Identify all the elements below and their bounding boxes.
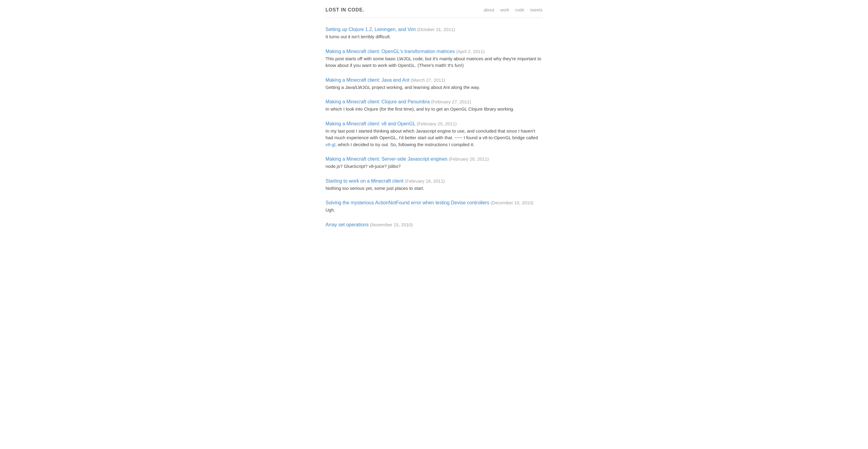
post-date: (March 27, 2011)	[411, 77, 445, 83]
list-item: Array set operations (November 15, 2010)	[326, 222, 542, 227]
post-title: Making a Minecraft client: Server-side J…	[326, 156, 542, 162]
post-date: (November 15, 2010)	[370, 222, 413, 227]
post-link[interactable]: Starting to work on a Minecraft client	[326, 179, 404, 184]
post-link[interactable]: Making a Minecraft client: v8 and OpenGL	[326, 121, 415, 126]
post-excerpt: Getting a Java/LWJGL project working, an…	[326, 84, 542, 91]
list-item: Making a Minecraft client: v8 and OpenGL…	[326, 121, 542, 148]
post-link[interactable]: Making a Minecraft client: Java and Ant	[326, 77, 409, 83]
post-link[interactable]: Solving the mysterious ActionNotFound er…	[326, 200, 489, 205]
nav-about[interactable]: about	[484, 7, 494, 12]
post-excerpt: Ugh.	[326, 207, 542, 214]
post-title: Making a Minecraft client: v8 and OpenGL…	[326, 121, 542, 127]
post-date: (February 27, 2011)	[431, 99, 471, 104]
post-link[interactable]: Making a Minecraft client: Clojure and P…	[326, 99, 430, 104]
post-title: Making a Minecraft client: Java and Ant …	[326, 77, 542, 83]
post-excerpt: In my last post I started thinking about…	[326, 128, 542, 148]
nav-code[interactable]: code	[515, 7, 524, 12]
post-link[interactable]: Making a Minecraft client: Server-side J…	[326, 156, 447, 162]
excerpt-text-after: , which I decided to try out. So, follow…	[336, 142, 474, 147]
site-title: LOST IN CODE.	[326, 7, 364, 13]
list-item: Starting to work on a Minecraft client (…	[326, 179, 542, 192]
list-item: Making a Minecraft client: Server-side J…	[326, 156, 542, 170]
list-item: Making a Minecraft client: Java and Ant …	[326, 77, 542, 91]
post-excerpt: Nothing too serious yet, some just place…	[326, 185, 542, 192]
list-item: Setting up Clojure 1.2, Leiningen, and V…	[326, 27, 542, 40]
v8-gl-link[interactable]: v8-gl	[326, 142, 336, 147]
list-item: Solving the mysterious ActionNotFound er…	[326, 200, 542, 214]
post-date: (October 31, 2011)	[417, 27, 455, 32]
post-date: (April 2, 2011)	[456, 49, 484, 54]
post-excerpt: node.js? GlueScript? v8-juice? jslibs?	[326, 163, 542, 170]
post-title: Setting up Clojure 1.2, Leiningen, and V…	[326, 27, 542, 32]
post-date: (February 25, 2011)	[417, 121, 457, 126]
post-excerpt: In which I look into Clojure (for the fi…	[326, 106, 542, 113]
post-link[interactable]: Array set operations	[326, 222, 369, 227]
main-nav: about · work · code · tweets	[484, 7, 542, 12]
nav-dot-2: ·	[512, 7, 513, 12]
posts-list: Setting up Clojure 1.2, Leiningen, and V…	[326, 27, 542, 227]
nav-tweets[interactable]: tweets	[530, 7, 542, 12]
nav-dot-1: ·	[497, 7, 498, 12]
nav-dot-3: ·	[527, 7, 528, 12]
post-link[interactable]: Setting up Clojure 1.2, Leiningen, and V…	[326, 27, 415, 32]
post-link[interactable]: Making a Minecraft client: OpenGL's tran…	[326, 49, 455, 54]
post-title: Starting to work on a Minecraft client (…	[326, 179, 542, 184]
list-item: Making a Minecraft client: Clojure and P…	[326, 99, 542, 113]
post-title: Solving the mysterious ActionNotFound er…	[326, 200, 542, 205]
post-date: (February 16, 2011)	[405, 179, 445, 184]
nav-work[interactable]: work	[500, 7, 509, 12]
post-date: (December 10, 2010)	[491, 200, 533, 205]
post-title: Making a Minecraft client: Clojure and P…	[326, 99, 542, 104]
post-excerpt: This post starts off with some basic LWJ…	[326, 56, 542, 69]
excerpt-text-before: In my last post I started thinking about…	[326, 128, 538, 140]
list-item: Making a Minecraft client: OpenGL's tran…	[326, 49, 542, 69]
post-title: Array set operations (November 15, 2010)	[326, 222, 542, 227]
post-title: Making a Minecraft client: OpenGL's tran…	[326, 49, 542, 54]
post-date: (February 20, 2011)	[449, 156, 489, 162]
post-excerpt: It turns out it isn't terribly difficult…	[326, 33, 542, 40]
